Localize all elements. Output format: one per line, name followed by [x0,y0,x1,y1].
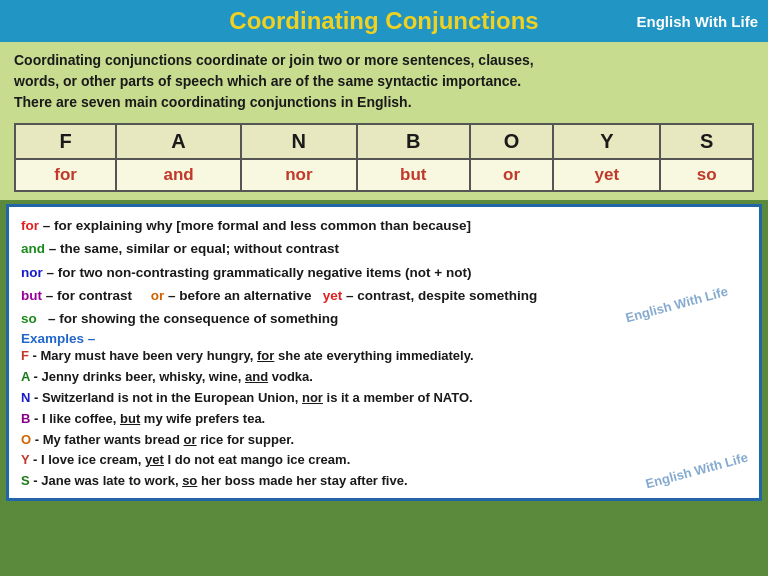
example-Y: Y - I love ice cream, yet I do not eat m… [21,450,747,471]
example-O: O - My father wants bread or rice for su… [21,430,747,451]
intro-text: Coordinating conjunctions coordinate or … [14,50,754,113]
word-for: for [15,159,116,191]
content-box: for – for explaining why [more formal an… [6,204,762,501]
def-nor: nor – for two non-contrasting grammatica… [21,262,747,284]
letter-A: A [116,124,241,159]
header-brand: English With Life [636,13,758,30]
example-letter-Y: Y [21,452,29,467]
keyword-so: so [21,311,37,326]
example-letter-B: B [21,411,30,426]
keyword-nor: nor [21,265,43,280]
letter-B: B [357,124,470,159]
header: Coordinating Conjunctions English With L… [0,0,768,42]
word-and: and [116,159,241,191]
keyword-or: or [151,288,165,303]
example-letter-F: F [21,348,29,363]
intro-section: Coordinating conjunctions coordinate or … [0,42,768,119]
example-B: B - I like coffee, but my wife prefers t… [21,409,747,430]
keyword-for: for [21,218,39,233]
fanboys-section: F A N B O Y S for and nor but or yet so [0,119,768,200]
example-letter-N: N [21,390,30,405]
example-A: A - Jenny drinks beer, whisky, wine, and… [21,367,747,388]
def-and: and – the same, similar or equal; withou… [21,238,747,260]
keyword-yet: yet [323,288,343,303]
letter-O: O [470,124,554,159]
fanboys-letters-row: F A N B O Y S [15,124,753,159]
example-N: N - Switzerland is not in the European U… [21,388,747,409]
example-S: S - Jane was late to work, so her boss m… [21,471,747,492]
def-so: so – for showing the consequence of some… [21,308,747,330]
example-F: F - Mary must have been very hungry, for… [21,346,747,367]
keyword-but: but [21,288,42,303]
fanboys-words-row: for and nor but or yet so [15,159,753,191]
def-for: for – for explaining why [more formal an… [21,215,747,237]
examples-label: Examples – [21,331,747,346]
keyword-and: and [21,241,45,256]
word-nor: nor [241,159,357,191]
word-yet: yet [553,159,660,191]
example-letter-A: A [21,369,30,384]
fanboys-table: F A N B O Y S for and nor but or yet so [14,123,754,192]
word-so: so [660,159,753,191]
letter-Y: Y [553,124,660,159]
example-letter-O: O [21,432,31,447]
example-letter-S: S [21,473,30,488]
letter-F: F [15,124,116,159]
def-but-or-yet: but – for contrast or – before an altern… [21,285,747,307]
letter-N: N [241,124,357,159]
page-title: Coordinating Conjunctions [229,7,538,35]
word-or: or [470,159,554,191]
word-but: but [357,159,470,191]
letter-S: S [660,124,753,159]
